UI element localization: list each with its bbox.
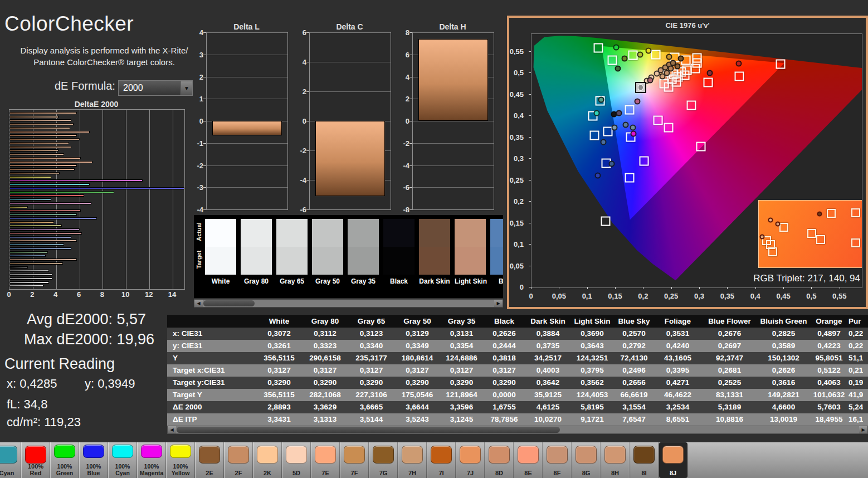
pattern-button-8i[interactable]: 8I: [630, 442, 659, 478]
reading-x: x: 0,4285: [7, 377, 57, 391]
pattern-button-8e[interactable]: 8E: [514, 442, 543, 478]
pattern-button-5d[interactable]: 5D: [282, 442, 311, 478]
axis-tick-label: 8: [100, 290, 104, 299]
cie-inset-square: [807, 229, 816, 238]
table-cell: 0,2681: [701, 364, 758, 377]
scroll-left-arrow[interactable]: ◀: [194, 300, 203, 307]
pattern-button-7f[interactable]: 7F: [340, 442, 369, 478]
axis-tick-label: -1: [197, 139, 203, 147]
cie-measure-dot: [601, 139, 607, 145]
cie-inset-square: [816, 235, 825, 244]
pattern-button-8d[interactable]: 8D: [485, 442, 514, 478]
table-cell: 35,9125: [525, 389, 570, 401]
pattern-button-7h[interactable]: 7H: [398, 442, 427, 478]
table-cell: 180,8614: [394, 352, 440, 364]
deltae-bar: [9, 281, 49, 284]
pattern-button-7j[interactable]: 7J: [456, 442, 485, 478]
cie-measure-dot: [595, 172, 601, 178]
deltae-bar: [9, 134, 77, 136]
table-row: y: CIE310,32610,33230,33400,33490,33540,…: [167, 340, 868, 352]
de-formula-dropdown[interactable]: 2000 ▼: [118, 80, 193, 96]
axis-tick-label: 0,15: [510, 218, 524, 227]
chevron-down-icon[interactable]: ▼: [181, 81, 192, 95]
pattern-button-8g[interactable]: 8G: [572, 442, 601, 478]
pattern-color-chip: [604, 446, 626, 464]
tick-mark: [409, 32, 412, 33]
axis-tick-label: 0,25: [664, 292, 678, 300]
table-cell: 0,3562: [570, 377, 614, 389]
deltae-bar: [9, 262, 63, 265]
horizontal-scrollbar[interactable]: ◀▶: [194, 299, 503, 308]
pattern-button-8h[interactable]: 8H: [601, 442, 630, 478]
table-cell: 0,4271: [654, 377, 701, 389]
axis-tick-label: -4: [197, 206, 203, 214]
pattern-button-100-blue[interactable]: 100%Blue: [79, 442, 108, 478]
horizontal-scrollbar[interactable]: ◀▶: [167, 426, 868, 434]
actual-row-label: Actual: [194, 218, 204, 246]
pattern-button-8j[interactable]: 8J: [659, 442, 687, 478]
scroll-right-arrow[interactable]: ▶: [859, 426, 867, 433]
pattern-button-2f[interactable]: 2F: [224, 442, 253, 478]
scroll-thumb[interactable]: [203, 300, 255, 306]
gridline: [207, 77, 287, 77]
table-cell: 3,5243: [394, 413, 440, 426]
reading-y: y: 0,3949: [85, 377, 135, 391]
cie-measure-dot: [674, 64, 680, 70]
table-col-header: Light Skin: [570, 315, 614, 328]
tick-mark: [306, 62, 309, 62]
table-corner-cell: [167, 315, 256, 328]
table-cell: 3,1554: [614, 401, 654, 413]
pattern-button-2k[interactable]: 2K: [253, 442, 282, 478]
table-cell: 4,6125: [525, 401, 570, 413]
pattern-button-7i[interactable]: 7I: [427, 442, 456, 478]
table-col-header: Blue Flower: [701, 315, 758, 328]
pattern-button-cyan[interactable]: Cyan: [0, 442, 21, 478]
table-row: Y356,5115290,6158235,3177180,8614124,688…: [167, 352, 868, 364]
table-cell: 41,9: [849, 389, 863, 401]
gridline: [310, 91, 391, 92]
pattern-color-chip: [489, 446, 510, 464]
table-col-header: Black: [483, 315, 525, 328]
pattern-button-100-cyan[interactable]: 100%Cyan: [108, 442, 137, 478]
pattern-button-100-green[interactable]: 100%Green: [50, 442, 79, 478]
table-col-header: Orange: [810, 315, 849, 328]
tick-mark: [643, 287, 643, 289]
table-col-header: Bluish Green: [758, 315, 810, 328]
deltae-bar: [9, 172, 60, 174]
tick-mark: [306, 209, 309, 210]
pattern-button-100-yellow[interactable]: 100%Yellow: [166, 442, 195, 478]
patch-target-swatch: [490, 247, 503, 275]
cie-measure-dot: [609, 160, 615, 167]
axis-tick-label: 0,2: [638, 292, 648, 300]
deltae-bar: [9, 258, 77, 261]
axis-tick-label: 0: [303, 117, 306, 125]
cie-inset-square: [851, 238, 860, 247]
patch-target-swatch: [348, 247, 379, 275]
deltae-bar: [9, 161, 92, 163]
pattern-color-chip: [286, 446, 307, 464]
patch-comparison-strip: Actual Target WhiteGray 80Gray 65Gray 50…: [194, 215, 503, 298]
pattern-button-2e[interactable]: 2E: [195, 442, 224, 478]
patch-light-skin: Light Skin: [455, 219, 486, 285]
pattern-button-8f[interactable]: 8F: [543, 442, 572, 478]
table-cell: 3,5144: [348, 413, 394, 426]
axis-tick-label: 0,45: [776, 292, 790, 300]
pattern-color-chip: [0, 446, 17, 464]
table-cell: 0,2656: [614, 377, 654, 389]
table-cell: 0,22: [849, 340, 863, 352]
deltae-bar: [9, 146, 71, 148]
axis-tick-label: 0,35: [510, 133, 524, 141]
tick-mark: [409, 99, 412, 99]
pattern-button-100-red[interactable]: 100% Red: [21, 442, 50, 478]
axis-tick-label: 0,35: [720, 292, 734, 300]
delta-value-bar: [212, 121, 282, 135]
pattern-button-7g[interactable]: 7G: [369, 442, 398, 478]
pattern-button-7e[interactable]: 7E: [311, 442, 340, 478]
table-cell: 0,2525: [701, 377, 758, 389]
pattern-button-100-magenta[interactable]: 100%Magenta: [137, 442, 166, 478]
scroll-left-arrow[interactable]: ◀: [168, 426, 176, 433]
scroll-thumb[interactable]: [177, 427, 560, 433]
tick-mark: [529, 180, 531, 181]
scroll-right-arrow[interactable]: ▶: [494, 300, 503, 307]
pattern-color-chip: [25, 446, 46, 464]
